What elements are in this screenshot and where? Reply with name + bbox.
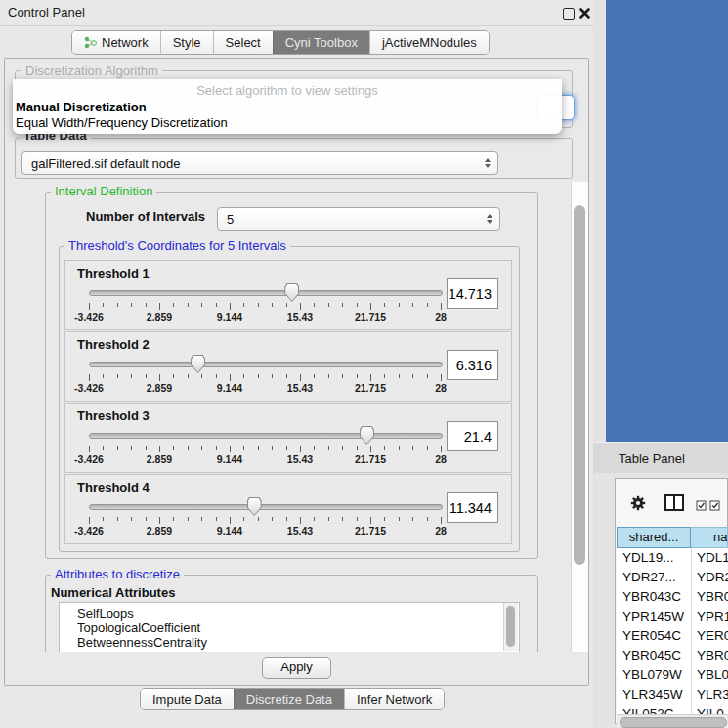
network-window: GAL80GACGAL11GAL4GCY1HHAP2	[606, 0, 728, 442]
attribute-list-item[interactable]: SelfLoops	[77, 606, 134, 621]
table-data-combobox-value: galFiltered.sif default node	[31, 156, 180, 171]
top-tab-bar: NetworkStyleSelectCyni ToolboxjActiveMNo…	[71, 30, 490, 55]
panel-scrollbar-thumb[interactable]	[574, 205, 585, 565]
screen: Control Panel NetworkStyleSelectCyni Too…	[0, 0, 728, 728]
columns-icon[interactable]	[664, 494, 684, 515]
threshold-panel-3: Threshold 3-3.4262.8599.14415.4321.71528…	[64, 403, 512, 473]
slider-handle[interactable]	[360, 426, 374, 445]
cell-shared-name[interactable]: YDL19...	[617, 548, 691, 568]
tab-label: Style	[173, 31, 201, 54]
table-row[interactable]: YBL079WYBL0	[617, 665, 728, 685]
slider-handle[interactable]	[191, 355, 205, 373]
cell-shared-name[interactable]: YDR27...	[617, 568, 691, 587]
cell-name[interactable]: YBR0	[691, 646, 728, 665]
table-row[interactable]: YBR045CYBR0	[617, 646, 728, 665]
slider-track[interactable]	[89, 362, 443, 367]
slider-tick-labels: -3.4262.8599.14415.4321.71528	[89, 311, 441, 322]
tab-label: Infer Network	[357, 689, 432, 709]
slider-track[interactable]	[89, 290, 443, 296]
bottom-tab-bar: Impute DataDiscretize DataInfer Network	[140, 688, 445, 710]
threshold-label: Threshold 1	[77, 266, 150, 280]
number-of-intervals-combobox[interactable]: 5	[217, 207, 500, 231]
column-header-shared-name[interactable]: shared...	[617, 527, 691, 548]
cell-name[interactable]: YBR0	[691, 587, 728, 607]
cell-shared-name[interactable]: YBR043C	[617, 587, 691, 607]
tab-impute-data[interactable]: Impute Data	[141, 689, 234, 709]
cell-shared-name[interactable]: YBR045C	[617, 646, 691, 665]
tab-label: Cyni Toolbox	[285, 31, 358, 54]
table-panel-inner: shared... na YDL19...YDL1YDR27...YDR2YBR…	[615, 478, 728, 724]
apply-button[interactable]: Apply	[262, 657, 331, 679]
checked-checkbox-icon[interactable]	[709, 497, 720, 515]
table-row[interactable]: YDR27...YDR2	[617, 568, 728, 587]
tab-style[interactable]: Style	[160, 31, 213, 54]
cell-name[interactable]: YDR2	[691, 568, 728, 587]
threshold-value-field[interactable]: 21.4	[447, 421, 498, 451]
tab-cyni-toolbox[interactable]: Cyni Toolbox	[273, 31, 369, 54]
slider-track[interactable]	[89, 504, 443, 510]
control-panel-title: Control Panel	[8, 5, 85, 20]
cell-shared-name[interactable]: YBL079W	[617, 665, 691, 685]
cell-shared-name[interactable]: YER054C	[617, 626, 691, 646]
control-panel: Control Panel NetworkStyleSelectCyni Too…	[0, 0, 593, 728]
dropdown-option-equal-width-frequency[interactable]: Equal Width/Frequency Discretization	[16, 115, 228, 130]
cell-name[interactable]: YER0	[691, 626, 728, 646]
slider-ticks	[89, 517, 441, 525]
table-header-row: shared... na	[617, 527, 728, 548]
slider-tick-labels: -3.4262.8599.14415.4321.71528	[89, 453, 441, 465]
slider-handle[interactable]	[284, 283, 299, 302]
slider-ticks	[89, 374, 441, 382]
threshold-value-field[interactable]: 6.316	[447, 350, 498, 380]
tab-label: Network	[102, 31, 149, 54]
network-icon	[84, 36, 97, 49]
threshold-panel-2: Threshold 2-3.4262.8599.14415.4321.71528…	[64, 331, 512, 402]
tab-discretize-data[interactable]: Discretize Data	[234, 689, 344, 709]
slider-tick-labels: -3.4262.8599.14415.4321.71528	[89, 382, 441, 394]
attributes-group-title: Attributes to discretize	[51, 568, 184, 581]
attribute-list-item[interactable]: TopologicalCoefficient	[77, 621, 200, 635]
table-panel-titlebar: Table Panel	[593, 442, 728, 475]
tab-jactivemnodules[interactable]: jActiveMNodules	[369, 31, 489, 54]
combobox-stepper-icon	[487, 214, 492, 224]
slider-ticks	[89, 303, 441, 311]
table-horizontal-scrollbar[interactable]	[617, 714, 728, 728]
threshold-value-field[interactable]: 11.344	[447, 492, 498, 523]
attributes-list-scrollbar-thumb[interactable]	[506, 606, 515, 647]
table-row[interactable]: YPR145WYPR1	[617, 607, 728, 626]
table-row[interactable]: YIL052CYIL0	[617, 705, 728, 714]
threshold-value-field[interactable]: 14.713	[447, 278, 498, 309]
tab-infer-network[interactable]: Infer Network	[344, 689, 444, 709]
table-horizontal-scrollbar-thumb[interactable]	[620, 717, 727, 728]
checked-checkbox-icon[interactable]	[696, 497, 707, 515]
cell-name[interactable]: YDL1	[691, 548, 728, 568]
table-row[interactable]: YDL19...YDL1	[617, 548, 728, 568]
table-row[interactable]: YER054CYER0	[617, 626, 728, 646]
cell-shared-name[interactable]: YIL052C	[617, 705, 691, 714]
attribute-list-item[interactable]: BetweennessCentrality	[77, 635, 207, 650]
float-window-icon[interactable]	[563, 8, 575, 20]
tab-label: Select	[226, 31, 261, 54]
discretization-algorithm-group-title: Discretization Algorithm	[21, 64, 162, 78]
algorithm-dropdown-popup: Select algorithm to view settings Manual…	[13, 79, 562, 134]
cell-name[interactable]: YLR3	[691, 685, 728, 705]
threshold-label: Threshold 2	[77, 337, 150, 352]
gear-icon[interactable]	[629, 494, 647, 516]
table-row[interactable]: YLR345WYLR3	[617, 685, 728, 705]
cell-shared-name[interactable]: YLR345W	[617, 685, 691, 705]
tab-network[interactable]: Network	[72, 31, 160, 54]
slider-handle[interactable]	[247, 497, 262, 516]
table-row[interactable]: YBR043CYBR0	[617, 587, 728, 607]
numerical-attributes-list[interactable]: SelfLoopsTopologicalCoefficientBetweenne…	[59, 602, 520, 652]
cell-name[interactable]: YIL0	[691, 705, 728, 714]
table-data-combobox[interactable]: galFiltered.sif default node	[21, 151, 498, 175]
tab-select[interactable]: Select	[213, 31, 273, 54]
dropdown-option-manual-discretization[interactable]: Manual Discretization	[16, 100, 147, 114]
slider-track[interactable]	[89, 433, 443, 439]
close-icon[interactable]	[578, 6, 591, 23]
cell-name[interactable]: YPR1	[691, 607, 728, 626]
number-of-intervals-label: Number of Intervals	[86, 209, 205, 224]
cell-shared-name[interactable]: YPR145W	[617, 607, 691, 626]
column-header-name[interactable]: na	[691, 527, 728, 548]
close-x-glyph	[578, 7, 591, 20]
cell-name[interactable]: YBL0	[691, 665, 728, 685]
